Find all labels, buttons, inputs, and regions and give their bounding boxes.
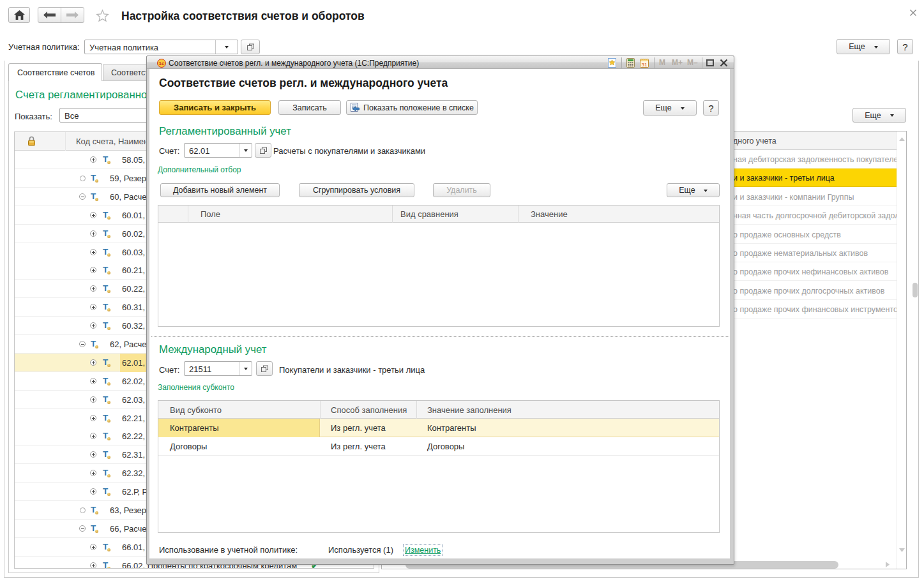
svg-text:31: 31 [642,62,648,68]
svg-text:1с: 1с [159,61,165,66]
